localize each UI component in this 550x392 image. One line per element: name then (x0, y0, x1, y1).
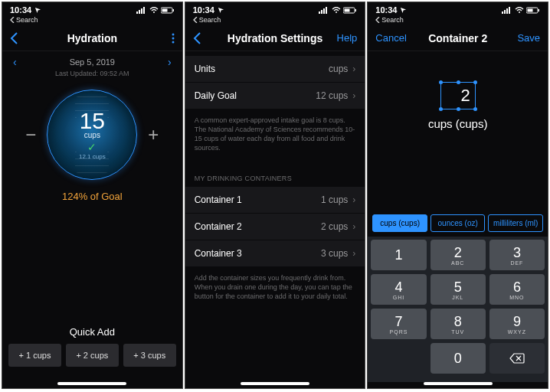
goal-percent: 124% of Goal (2, 191, 182, 202)
key-7[interactable]: 7PQRS (371, 309, 426, 339)
chevron-left-icon (10, 32, 18, 44)
wifi-icon (332, 7, 341, 14)
key-1[interactable]: 1 (371, 240, 426, 270)
svg-rect-3 (143, 7, 145, 14)
row-label: Daily Goal (195, 90, 237, 101)
key-2[interactable]: 2ABC (431, 240, 486, 270)
back-search-label: Search (199, 16, 221, 24)
row-label: Container 1 (195, 194, 242, 205)
home-indicator[interactable] (241, 382, 309, 385)
wifi-icon (149, 7, 159, 14)
seg-milliliters[interactable]: milliliters (ml) (488, 214, 543, 232)
row-value: 12 cups (316, 90, 348, 101)
quick-add-3[interactable]: + 3 cups (123, 344, 176, 367)
signal-icon (502, 7, 512, 14)
key-0[interactable]: 0 (431, 343, 486, 374)
quick-add-1[interactable]: + 1 cups (8, 344, 61, 367)
battery-icon (343, 7, 357, 14)
svg-point-10 (172, 41, 174, 43)
date-prev[interactable]: ‹ (13, 56, 17, 68)
svg-rect-20 (504, 10, 506, 14)
back-to-search[interactable]: Search (2, 16, 182, 25)
key-blank (371, 343, 426, 374)
editor: 2 cups (cups) (368, 51, 548, 214)
svg-rect-21 (506, 8, 508, 14)
svg-rect-17 (345, 8, 350, 11)
status-bar: 10:34 (2, 2, 182, 16)
key-9[interactable]: 9WXYZ (489, 309, 545, 339)
back-button[interactable] (10, 32, 42, 44)
back-to-search[interactable]: Search (368, 16, 548, 25)
chevron-right-icon: › (352, 194, 355, 205)
svg-rect-2 (141, 8, 142, 14)
more-button[interactable] (142, 33, 175, 44)
date-label: Sep 5, 2019 (70, 57, 115, 67)
key-3[interactable]: 3DEF (489, 240, 545, 270)
hydration-gauge[interactable]: 15 cups ✓ 12.1 cups (47, 90, 137, 180)
gauge-threshold: 12.1 cups (79, 153, 106, 160)
wifi-icon (515, 7, 524, 14)
nav-bar: Hydration (2, 25, 182, 51)
row-value: 1 cups (321, 194, 348, 205)
svg-rect-14 (326, 7, 327, 14)
unit-label: cups (cups) (428, 117, 488, 130)
key-backspace[interactable] (489, 343, 545, 374)
check-icon: ✓ (87, 141, 97, 153)
location-icon (400, 7, 407, 14)
cancel-button[interactable]: Cancel (375, 32, 408, 44)
svg-rect-7 (172, 9, 174, 11)
back-search-label: Search (381, 16, 404, 24)
date-next[interactable]: › (168, 56, 172, 68)
screen-edit-container: 10:34 Search Cancel Container 2 Save 2 c… (367, 2, 548, 389)
chevron-right-icon: › (352, 90, 355, 101)
status-bar: 10:34 (185, 2, 365, 16)
gauge-area: − 15 cups ✓ 12.1 cups + (2, 90, 182, 180)
seg-cups[interactable]: cups (cups) (372, 214, 427, 232)
backspace-icon (509, 353, 525, 364)
svg-rect-6 (162, 8, 167, 11)
svg-rect-0 (136, 11, 138, 14)
back-button[interactable] (193, 32, 225, 44)
svg-point-9 (172, 37, 174, 39)
key-8[interactable]: 8TUV (431, 309, 486, 339)
key-5[interactable]: 5JKL (431, 274, 486, 305)
save-button[interactable]: Save (508, 32, 540, 44)
increment-button[interactable]: + (148, 124, 159, 145)
nav-bar: Hydration Settings Help (185, 25, 365, 51)
location-icon (34, 7, 41, 14)
row-value: cups (329, 64, 348, 74)
home-indicator[interactable] (57, 382, 126, 385)
more-vertical-icon (172, 33, 175, 44)
key-4[interactable]: 4GHI (371, 274, 426, 305)
row-label: Container 2 (195, 221, 242, 232)
screen-settings: 10:34 Search Hydration Settings Help Uni… (185, 2, 366, 389)
row-daily-goal[interactable]: Daily Goal 12 cups› (185, 83, 365, 109)
containers-note: Add the container sizes you frequently d… (185, 267, 365, 312)
unit-segmented: cups (cups) ounces (oz) milliliters (ml) (368, 214, 548, 237)
back-to-search[interactable]: Search (185, 16, 365, 25)
numeric-keypad: 1 2ABC 3DEF 4GHI 5JKL 6MNO 7PQRS 8TUV 9W… (368, 237, 548, 382)
row-container-1[interactable]: Container 1 1 cups› (185, 187, 365, 214)
row-units[interactable]: Units cups› (185, 56, 365, 83)
home-indicator[interactable] (424, 382, 493, 385)
chevron-left-icon (193, 17, 198, 23)
quick-add-2[interactable]: + 2 cups (66, 344, 119, 367)
page-title: Hydration Settings (228, 32, 322, 44)
goal-note: A common expert-approved intake goal is … (185, 109, 365, 164)
svg-rect-18 (355, 9, 357, 11)
row-label: Container 3 (195, 248, 242, 259)
settings-list: Units cups› Daily Goal 12 cups› A common… (185, 56, 365, 312)
gauge-value: 15 (80, 109, 105, 132)
seg-ounces[interactable]: ounces (oz) (431, 214, 486, 232)
status-time: 10:34 (193, 5, 214, 15)
value-input[interactable]: 2 (440, 82, 476, 109)
help-button[interactable]: Help (325, 32, 357, 44)
decrement-button[interactable]: − (25, 124, 36, 145)
svg-rect-12 (321, 10, 322, 14)
key-6[interactable]: 6MNO (489, 274, 545, 305)
gauge-unit: cups (84, 131, 100, 139)
row-container-3[interactable]: Container 3 3 cups› (185, 240, 365, 267)
svg-point-15 (336, 11, 337, 13)
row-container-2[interactable]: Container 2 2 cups› (185, 214, 365, 240)
page-title: Hydration (67, 32, 117, 44)
